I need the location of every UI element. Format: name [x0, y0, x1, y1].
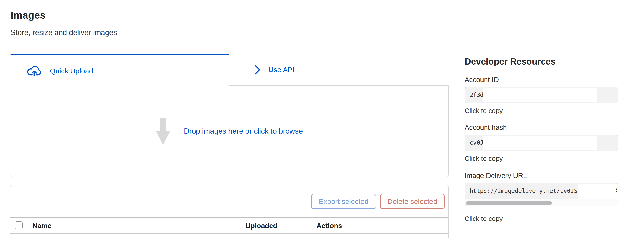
image-delivery-url-clipped-char: 3 — [616, 187, 618, 195]
page-title: Images — [10, 9, 46, 21]
active-tab-indicator — [10, 54, 229, 55]
image-delivery-url-copy-hint[interactable]: Click to copy — [464, 215, 503, 223]
tab-quick-upload[interactable]: Quick Upload — [10, 55, 229, 86]
table-header-divider-bottom — [10, 234, 448, 234]
image-delivery-url-redaction — [578, 184, 618, 199]
tab-quick-upload-label: Quick Upload — [50, 67, 93, 75]
account-hash-field[interactable]: cv0J — [464, 135, 618, 151]
column-header-actions: Actions — [316, 222, 342, 230]
chevron-right-icon — [254, 65, 261, 75]
upload-card: Quick Upload Use API Drop images here or… — [10, 54, 449, 177]
tab-use-api[interactable]: Use API — [229, 54, 449, 86]
image-list-card: Export selected Delete selected Name Upl… — [10, 185, 449, 238]
account-id-redaction — [483, 88, 597, 102]
column-header-uploaded: Uploaded — [246, 222, 277, 230]
down-arrow-icon — [156, 118, 170, 145]
url-scrollbar-thumb[interactable] — [466, 201, 552, 205]
url-scrollbar-track — [465, 199, 618, 206]
column-header-name: Name — [32, 222, 52, 230]
account-id-copy-hint[interactable]: Click to copy — [464, 107, 503, 115]
developer-resources-heading: Developer Resources — [464, 57, 556, 67]
account-id-label: Account ID — [464, 76, 499, 84]
account-hash-copy-hint[interactable]: Click to copy — [464, 155, 503, 162]
image-delivery-url-field[interactable]: https://imagedelivery.net/cv0JSj 3 — [464, 183, 618, 206]
select-all-checkbox[interactable] — [15, 222, 22, 229]
image-dropzone[interactable]: Drop images here or click to browse — [10, 86, 448, 177]
cloud-upload-icon — [26, 65, 42, 77]
account-hash-redaction — [483, 136, 597, 150]
page-subtitle: Store, resize and deliver images — [10, 28, 117, 37]
export-selected-button[interactable]: Export selected — [311, 194, 376, 209]
delete-selected-button[interactable]: Delete selected — [380, 194, 445, 209]
account-hash-label: Account hash — [464, 123, 507, 131]
image-delivery-url-label: Image Delivery URL — [464, 172, 527, 180]
account-id-field[interactable]: 2f3d — [464, 87, 618, 103]
dropzone-label: Drop images here or click to browse — [184, 127, 303, 135]
table-header-divider-top — [10, 217, 448, 218]
tab-use-api-label: Use API — [268, 66, 294, 74]
